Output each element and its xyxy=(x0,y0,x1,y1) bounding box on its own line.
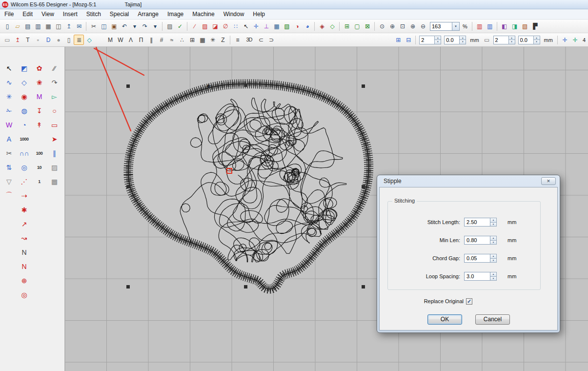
menu-edit[interactable]: Edit xyxy=(18,9,37,19)
flag-tool-tool[interactable]: ▻ xyxy=(48,90,61,103)
selection-handle-mid-right[interactable] xyxy=(362,185,365,188)
curve-right-button[interactable]: ⊃ xyxy=(266,35,276,45)
zigzag-line-red-tool[interactable]: N xyxy=(18,260,31,273)
hoop-arc-tool[interactable]: ⌒ xyxy=(2,189,16,202)
new-design-button[interactable]: ▯ xyxy=(2,21,12,31)
rectangle-tool-tool[interactable]: ▭ xyxy=(48,118,61,131)
stipple-fill-button[interactable]: ≣ xyxy=(74,35,84,45)
send-email-button[interactable]: ✉ xyxy=(74,21,84,31)
washer-tool-tool[interactable]: ◎ xyxy=(18,161,31,174)
undo-button[interactable]: ↶ xyxy=(119,21,129,31)
freehand-select-tool[interactable]: ∿ xyxy=(2,76,16,89)
menu-file[interactable]: File xyxy=(0,9,18,19)
design-view-button[interactable]: D xyxy=(43,35,53,45)
run-stitch-tool-tool[interactable]: ⇢ xyxy=(18,189,31,202)
satin-peak-button[interactable]: Λ xyxy=(125,35,136,45)
satin-column-button[interactable]: Π xyxy=(136,35,146,45)
undo-menu-button[interactable]: ▾ xyxy=(129,21,140,31)
print-button[interactable]: ▦ xyxy=(43,21,53,31)
stitch-player-button[interactable]: ▨ xyxy=(164,21,175,31)
no-fill-type-button[interactable]: ∅ xyxy=(220,21,230,31)
outline-view-button[interactable]: ▯ xyxy=(63,35,74,45)
redo-button[interactable]: ↷ xyxy=(140,21,150,31)
hatch-fill-tool[interactable]: ∕∕ xyxy=(48,62,61,75)
needle-points-button[interactable]: ↥ xyxy=(12,35,22,45)
fill-dots-button[interactable]: ∴ xyxy=(177,35,187,45)
measure-tool-button[interactable]: ✛ xyxy=(570,35,580,45)
menu-help[interactable]: Help xyxy=(248,9,269,19)
save-all-button[interactable]: ▥ xyxy=(33,21,43,31)
show-picture-button[interactable]: ▭ xyxy=(2,35,12,45)
grid-major-spin-input[interactable] xyxy=(419,36,435,44)
thread-ball-button[interactable]: ● xyxy=(53,35,63,45)
grid-minor-spin-down-icon[interactable]: ▾ xyxy=(509,40,515,44)
zoom-tool-button[interactable]: ⊕ xyxy=(387,21,397,31)
column-tool-tool[interactable]: ∥ xyxy=(48,146,61,160)
satin-zigzag-button[interactable]: M xyxy=(105,35,115,45)
cancel-button[interactable]: Cancel xyxy=(475,314,510,325)
show-connectors-button[interactable]: T xyxy=(22,35,33,45)
menu-image[interactable]: Image xyxy=(163,9,188,19)
grid-y-spin[interactable]: ▴▾ xyxy=(518,36,540,44)
min-len-up-icon[interactable]: ▴ xyxy=(490,236,497,241)
grid-major-spin-down-icon[interactable]: ▾ xyxy=(435,40,441,44)
overlap-check-button[interactable]: ◈ xyxy=(317,21,327,31)
menu-insert[interactable]: Insert xyxy=(59,9,82,19)
stitch-length-up-icon[interactable]: ▴ xyxy=(490,218,497,223)
zigzag-line-tool-tool[interactable]: N xyxy=(18,246,31,259)
stitch-list-button[interactable]: ▦ xyxy=(271,21,282,31)
reshape-object-tool[interactable]: ◩ xyxy=(18,62,31,75)
zoom-input[interactable] xyxy=(430,22,452,31)
selection-handle-bottom-center[interactable] xyxy=(244,285,247,289)
motif-boot-tool[interactable]: ➤ xyxy=(48,132,61,145)
length-100-tool[interactable]: 100 xyxy=(33,146,46,160)
menu-window[interactable]: Window xyxy=(219,9,249,19)
fill-stitch-type-button[interactable]: ◪ xyxy=(210,21,220,31)
selection-handle-top-center[interactable] xyxy=(244,83,247,87)
triple-run-tool-tool[interactable]: ✱ xyxy=(18,203,31,216)
texture-b-tool[interactable]: ▩ xyxy=(48,175,61,188)
fill-bars-button[interactable]: ∥ xyxy=(146,35,156,45)
fill-tatami-button[interactable]: ▦ xyxy=(197,35,207,45)
sequin-run-tool[interactable]: ⋰ xyxy=(18,175,31,188)
color-wheel-tool[interactable]: ◉ xyxy=(18,90,31,103)
zoom-combo[interactable]: ▼ xyxy=(430,22,460,31)
stipple-start-marker[interactable] xyxy=(226,168,232,174)
grid-minor-spin-input[interactable] xyxy=(493,36,509,44)
digitize-closed-button[interactable]: ◨ xyxy=(509,21,520,31)
trim-tool-tool[interactable]: ✂ xyxy=(2,146,16,160)
fill-zigzag-button[interactable]: Z xyxy=(218,35,228,45)
chord-gap-down-icon[interactable]: ▾ xyxy=(490,259,497,263)
zoom-dropdown-icon[interactable]: ▼ xyxy=(452,22,460,31)
stitch-length-input[interactable] xyxy=(464,218,490,227)
dialog-close-button[interactable]: ✕ xyxy=(541,177,556,185)
stitch-length-down-icon[interactable]: ▾ xyxy=(490,223,497,227)
arc-digitize-tool[interactable]: ↷ xyxy=(48,76,61,89)
satin-wide-button[interactable]: W xyxy=(115,35,125,45)
copy-button[interactable]: ◫ xyxy=(99,21,109,31)
paste-button[interactable]: ▣ xyxy=(109,21,119,31)
menu-stitch[interactable]: Stitch xyxy=(82,9,105,19)
reshape-views-tool[interactable]: ◇ xyxy=(18,76,31,89)
overlap-remove-button[interactable]: ◇ xyxy=(327,21,337,31)
grid-major-spin-up-icon[interactable]: ▴ xyxy=(435,36,441,41)
backstitch-tool-tool[interactable]: ↗ xyxy=(18,217,31,230)
loop-spacing-down-icon[interactable]: ▾ xyxy=(490,277,497,281)
chord-gap-up-icon[interactable]: ▴ xyxy=(490,254,497,259)
process-design-button[interactable]: ✓ xyxy=(175,21,185,31)
menu-view[interactable]: View xyxy=(37,9,59,19)
fill-grid-button[interactable]: ⊞ xyxy=(187,35,197,45)
ok-button[interactable]: OK xyxy=(427,314,462,325)
grid-minor-spin[interactable]: ▴▾ xyxy=(493,36,515,44)
appliance-tool-tool[interactable]: ◍ xyxy=(18,104,31,117)
export-machine-button[interactable]: ↥ xyxy=(63,21,74,31)
print-preview-button[interactable]: ◫ xyxy=(53,21,63,31)
polygon-outline-button[interactable]: ◇ xyxy=(84,35,94,45)
show-grid-button[interactable]: ⊞ xyxy=(342,21,352,31)
digitize-open-button[interactable]: ◧ xyxy=(499,21,509,31)
zoom-out-button[interactable]: ⊖ xyxy=(418,21,428,31)
dash-style-button[interactable]: ▭ xyxy=(482,35,492,45)
length-10-tool[interactable]: 10 xyxy=(33,161,46,174)
show-hoop-button[interactable]: ▢ xyxy=(352,21,362,31)
zoom-in-button[interactable]: ⊕ xyxy=(407,21,418,31)
